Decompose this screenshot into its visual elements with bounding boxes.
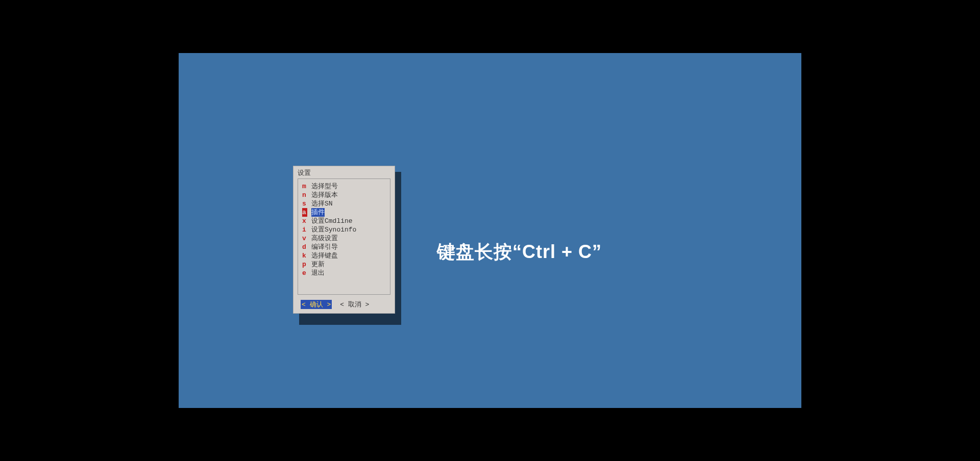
menu-item[interactable]: e退出 xyxy=(302,269,386,277)
menu-key: d xyxy=(302,243,307,251)
menu-label: 插件 xyxy=(311,208,325,217)
menu-item[interactable]: d编译引导 xyxy=(302,243,386,251)
menu-key: m xyxy=(302,182,307,191)
settings-dialog: 设置 m选择型号n选择版本s选择SNa插件x设置Cmdlinei设置Synoin… xyxy=(293,166,395,314)
menu-label: 选择版本 xyxy=(311,191,338,199)
menu-label: 选择键盘 xyxy=(311,251,338,260)
menu-item[interactable]: x设置Cmdline xyxy=(302,217,386,225)
menu-label: 高级设置 xyxy=(311,234,338,243)
ok-button[interactable]: < 确认 > xyxy=(301,300,332,309)
menu-label: 编译引导 xyxy=(311,243,338,251)
menu-item[interactable]: i设置Synoinfo xyxy=(302,225,386,234)
menu-label: 选择型号 xyxy=(311,182,338,191)
menu-key: i xyxy=(302,225,307,234)
menu-key: a xyxy=(302,208,307,217)
menu-key: e xyxy=(302,269,307,277)
menu-item[interactable]: s选择SN xyxy=(302,199,386,208)
menu-item[interactable]: k选择键盘 xyxy=(302,251,386,260)
menu-key: k xyxy=(302,251,307,260)
menu-key: x xyxy=(302,217,307,225)
menu-item[interactable]: m选择型号 xyxy=(302,182,386,191)
instruction-text: 键盘长按“Ctrl + C” xyxy=(437,240,602,265)
menu-label: 设置Cmdline xyxy=(311,217,353,225)
menu-key: s xyxy=(302,199,307,208)
menu-item[interactable]: a插件 xyxy=(302,208,386,217)
menu-label: 退出 xyxy=(311,269,325,277)
menu-item[interactable]: n选择版本 xyxy=(302,191,386,199)
menu-key: v xyxy=(302,234,307,243)
menu-label: 更新 xyxy=(311,260,325,269)
dialog-title: 设置 xyxy=(293,166,395,178)
slide-background: 设置 m选择型号n选择版本s选择SNa插件x设置Cmdlinei设置Synoin… xyxy=(179,53,801,408)
dialog-button-row: < 确认 > < 取消 > xyxy=(293,298,395,313)
menu-label: 选择SN xyxy=(311,199,333,208)
menu-label: 设置Synoinfo xyxy=(311,225,356,234)
menu-item[interactable]: v高级设置 xyxy=(302,234,386,243)
menu-frame: m选择型号n选择版本s选择SNa插件x设置Cmdlinei设置Synoinfov… xyxy=(298,178,390,295)
menu-item[interactable]: p更新 xyxy=(302,260,386,269)
cancel-button[interactable]: < 取消 > xyxy=(339,300,370,309)
menu-key: p xyxy=(302,260,307,269)
menu-key: n xyxy=(302,191,307,199)
